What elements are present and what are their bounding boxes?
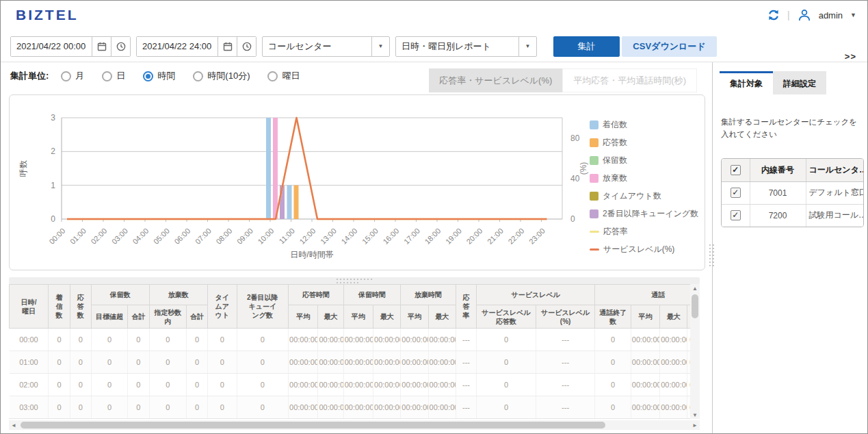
sidebar-tab-0[interactable]: 集計対象 [720,71,773,94]
svg-text:12:00: 12:00 [298,227,317,246]
unit-radio-時間(10分)[interactable]: 時間(10分) [193,70,250,82]
radio-label: 月 [75,70,84,82]
refresh-icon[interactable] [767,9,780,21]
radio-label: 日 [116,70,125,82]
table-cell: 0 [237,351,289,374]
table-cell: --- [536,329,595,351]
call-center-select-value: コールセンター [263,40,371,53]
table-row: 03:000000000000:00:0000:00:0000:00:0000:… [10,396,691,419]
clock-icon[interactable] [111,37,130,56]
column-subheader: 最大 [428,305,456,329]
table-cell: 0 [49,351,70,374]
sidebar-collapse-control[interactable]: >> [845,51,856,62]
table-cell: 00:00:00 [289,329,318,351]
table-cell: 0 [91,329,127,351]
legend-swatch [590,174,599,183]
aggregate-unit-label: 集計単位: [10,70,49,82]
radio-icon [61,71,71,81]
scroll-down-arrow[interactable]: ▼ [690,411,700,419]
scroll-left-arrow[interactable]: ◄ [9,420,18,430]
row-checkbox[interactable]: ✓ [731,188,741,198]
table-cell: --- [536,396,595,419]
report-table-viewport: 日時/ 曜日着 信 数応 答 数保留数放棄数タイ ムア ウト2番目以降 キューイ… [9,284,690,419]
table-horizontal-scrollbar[interactable]: ◄ ► [9,420,700,430]
table-cell: 0 [70,351,91,374]
date-end-input[interactable] [137,37,218,56]
table-cell: 00:00:00 [343,374,373,396]
table-vertical-scrollbar[interactable]: ▲ ▼ [690,284,700,419]
radio-label: 時間 [157,70,175,82]
column-header: 保留数 [91,285,149,305]
svg-text:04:00: 04:00 [131,227,150,246]
call-center-row: ✓7001デフォルト窓口 [722,181,863,204]
legend-label: 放棄数 [603,173,627,184]
sidebar-tab-1[interactable]: 詳細設定 [773,71,826,94]
scroll-right-arrow[interactable]: ► [690,420,700,430]
svg-text:日時/時間帯: 日時/時間帯 [290,250,333,259]
table-cell: 00:00:00 [289,374,318,396]
svg-text:18:00: 18:00 [423,227,442,246]
table-cell: --- [456,374,476,396]
radio-icon [267,71,278,81]
svg-text:2: 2 [51,146,55,156]
radio-icon [102,71,112,81]
aggregate-button[interactable]: 集計 [553,36,620,57]
table-cell: 0 [208,374,237,396]
report-table: 日時/ 曜日着 信 数応 答 数保留数放棄数タイ ムア ウト2番目以降 キューイ… [9,284,690,419]
column-subheader: 最大 [373,305,401,329]
panel-splitter[interactable] [9,277,700,284]
user-icon [798,8,811,22]
callcenter-name-cell: デフォルト窓口 [806,181,863,204]
table-cell: 0 [128,329,149,351]
row-checkbox[interactable]: ✓ [731,210,741,220]
column-subheader: 合計 [186,305,207,329]
table-cell: 00:00:00 [631,396,659,419]
clock-icon[interactable] [237,37,256,56]
chart-tab-0[interactable]: 応答率・サービスレベル(%) [429,68,562,92]
legend-swatch [590,209,599,218]
svg-text:23:00: 23:00 [527,227,547,246]
horizontal-scroll-thumb[interactable] [21,422,605,429]
scroll-up-arrow[interactable]: ▲ [690,284,700,292]
column-header-callcenter: コールセンタ… [806,159,863,181]
column-subheader: 平均 [289,305,318,329]
table-row: 01:000000000000:00:0000:00:0000:00:0000:… [10,351,691,374]
date-end-group [136,36,257,57]
chart-tab-1[interactable]: 平均応答・平均通話時間(秒) [562,68,697,92]
radio-icon [193,71,203,81]
column-header: 2番目以降 キューイ ング数 [237,285,289,329]
sidebar-grip[interactable] [709,244,714,266]
call-center-select[interactable]: コールセンター ▼ [262,36,390,57]
extension-cell: 7001 [750,181,806,204]
unit-radio-曜日[interactable]: 曜日 [267,70,300,82]
svg-text:05:00: 05:00 [152,227,171,246]
date-start-input[interactable] [11,37,92,56]
user-name[interactable]: admin [819,10,843,21]
svg-text:(%): (%) [579,162,588,175]
call-center-row: ✓7200試験用コール… [722,204,863,227]
calendar-icon[interactable] [218,37,237,56]
report-type-select[interactable]: 日時・曜日別レポート ▼ [395,36,537,57]
vertical-scroll-thumb[interactable] [692,294,698,318]
table-cell: 0 [149,329,186,351]
unit-radio-月[interactable]: 月 [61,70,84,82]
legend-item: 応答率 [590,222,698,240]
select-all-checkbox[interactable]: ✓ [731,165,741,175]
chevron-down-icon[interactable]: ▼ [850,12,856,18]
unit-radio-日[interactable]: 日 [102,70,125,82]
callcenter-name-cell: 試験用コール… [806,204,863,227]
calendar-icon[interactable] [92,37,111,56]
table-cell: 0 [149,374,186,396]
table-cell: 00:00:00 [428,396,456,419]
csv-download-button[interactable]: CSVダウンロード [622,36,717,57]
column-subheader: 合計 [128,305,149,329]
table-cell: 00:00:00 [428,329,456,351]
table-cell: 0 [49,329,70,351]
legend-label: 応答率 [603,226,628,238]
svg-text:19:00: 19:00 [444,227,463,246]
column-subheader: 平均 [343,305,373,329]
table-cell: 00:00:00 [373,329,401,351]
unit-radio-時間[interactable]: 時間 [143,70,175,82]
table-cell: 0 [595,329,631,351]
top-header: BIZTEL | admin ▼ [1,1,867,31]
